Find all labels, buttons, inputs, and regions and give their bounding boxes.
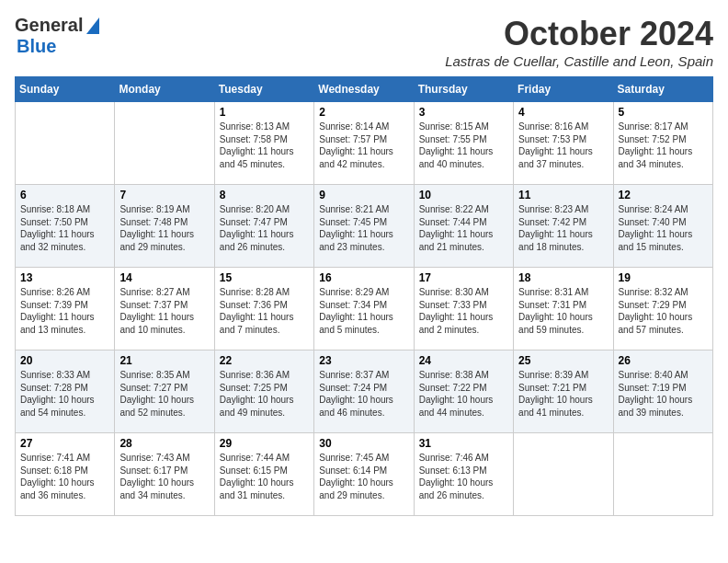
day-number: 10 bbox=[419, 189, 508, 201]
day-number: 23 bbox=[319, 354, 408, 367]
day-detail: Sunrise: 8:29 AM Sunset: 7:34 PM Dayligh… bbox=[319, 286, 408, 336]
day-detail: Sunrise: 8:18 AM Sunset: 7:50 PM Dayligh… bbox=[20, 203, 109, 253]
day-number: 2 bbox=[319, 106, 408, 119]
calendar-cell: 22Sunrise: 8:36 AM Sunset: 7:25 PM Dayli… bbox=[214, 350, 313, 433]
day-detail: Sunrise: 8:28 AM Sunset: 7:36 PM Dayligh… bbox=[220, 286, 309, 336]
day-number: 15 bbox=[220, 271, 309, 284]
weekday-header-monday: Monday bbox=[115, 77, 214, 102]
day-number: 3 bbox=[419, 106, 508, 119]
day-detail: Sunrise: 8:39 AM Sunset: 7:21 PM Dayligh… bbox=[518, 369, 608, 419]
day-detail: Sunrise: 8:17 AM Sunset: 7:52 PM Dayligh… bbox=[619, 121, 708, 170]
day-detail: Sunrise: 8:21 AM Sunset: 7:45 PM Dayligh… bbox=[319, 203, 408, 253]
day-number: 13 bbox=[20, 271, 109, 284]
day-detail: Sunrise: 8:13 AM Sunset: 7:58 PM Dayligh… bbox=[220, 121, 309, 170]
calendar-cell: 13Sunrise: 8:26 AM Sunset: 7:39 PM Dayli… bbox=[16, 268, 115, 350]
day-detail: Sunrise: 8:16 AM Sunset: 7:53 PM Dayligh… bbox=[518, 121, 608, 170]
day-detail: Sunrise: 8:31 AM Sunset: 7:31 PM Dayligh… bbox=[518, 286, 608, 336]
day-detail: Sunrise: 8:36 AM Sunset: 7:25 PM Dayligh… bbox=[220, 369, 309, 419]
calendar-cell: 24Sunrise: 8:38 AM Sunset: 7:22 PM Dayli… bbox=[414, 350, 513, 433]
day-detail: Sunrise: 8:14 AM Sunset: 7:57 PM Dayligh… bbox=[319, 121, 408, 170]
day-number: 31 bbox=[419, 437, 508, 450]
calendar-cell: 12Sunrise: 8:24 AM Sunset: 7:40 PM Dayli… bbox=[613, 185, 712, 268]
day-detail: Sunrise: 8:20 AM Sunset: 7:47 PM Dayligh… bbox=[220, 203, 309, 253]
calendar-cell bbox=[514, 433, 613, 516]
logo-triangle-icon bbox=[86, 17, 99, 34]
weekday-header-saturday: Saturday bbox=[613, 77, 712, 102]
day-number: 8 bbox=[220, 189, 309, 201]
day-number: 25 bbox=[518, 354, 608, 367]
day-number: 19 bbox=[619, 271, 708, 284]
calendar-cell: 16Sunrise: 8:29 AM Sunset: 7:34 PM Dayli… bbox=[314, 268, 414, 350]
day-detail: Sunrise: 8:27 AM Sunset: 7:37 PM Dayligh… bbox=[119, 286, 209, 336]
page-subtitle: Lastras de Cuellar, Castille and Leon, S… bbox=[445, 53, 713, 69]
calendar-cell bbox=[16, 102, 115, 185]
calendar-cell: 11Sunrise: 8:23 AM Sunset: 7:42 PM Dayli… bbox=[514, 185, 613, 268]
calendar-cell: 8Sunrise: 8:20 AM Sunset: 7:47 PM Daylig… bbox=[214, 185, 313, 268]
day-number: 11 bbox=[518, 189, 608, 201]
calendar-cell bbox=[115, 102, 214, 185]
calendar-cell: 20Sunrise: 8:33 AM Sunset: 7:28 PM Dayli… bbox=[16, 350, 115, 433]
calendar-cell: 29Sunrise: 7:44 AM Sunset: 6:15 PM Dayli… bbox=[214, 433, 313, 516]
calendar-table: SundayMondayTuesdayWednesdayThursdayFrid… bbox=[15, 76, 713, 516]
day-number: 30 bbox=[319, 437, 408, 450]
day-detail: Sunrise: 8:38 AM Sunset: 7:22 PM Dayligh… bbox=[419, 369, 508, 419]
logo-general: General bbox=[15, 15, 83, 36]
calendar-cell: 14Sunrise: 8:27 AM Sunset: 7:37 PM Dayli… bbox=[115, 268, 214, 350]
calendar-week-row: 6Sunrise: 8:18 AM Sunset: 7:50 PM Daylig… bbox=[16, 185, 713, 268]
calendar-cell: 4Sunrise: 8:16 AM Sunset: 7:53 PM Daylig… bbox=[514, 102, 613, 185]
day-detail: Sunrise: 8:22 AM Sunset: 7:44 PM Dayligh… bbox=[419, 203, 508, 253]
page-title: October 2024 bbox=[445, 15, 713, 53]
calendar-cell: 28Sunrise: 7:43 AM Sunset: 6:17 PM Dayli… bbox=[115, 433, 214, 516]
title-area: October 2024 Lastras de Cuellar, Castill… bbox=[445, 15, 713, 69]
day-number: 4 bbox=[518, 106, 608, 119]
day-number: 24 bbox=[419, 354, 508, 367]
day-number: 27 bbox=[20, 437, 109, 450]
calendar-week-row: 13Sunrise: 8:26 AM Sunset: 7:39 PM Dayli… bbox=[16, 268, 713, 350]
calendar-cell: 2Sunrise: 8:14 AM Sunset: 7:57 PM Daylig… bbox=[314, 102, 414, 185]
calendar-cell: 30Sunrise: 7:45 AM Sunset: 6:14 PM Dayli… bbox=[314, 433, 414, 516]
day-number: 20 bbox=[20, 354, 109, 367]
day-number: 21 bbox=[119, 354, 209, 367]
day-detail: Sunrise: 8:32 AM Sunset: 7:29 PM Dayligh… bbox=[619, 286, 708, 336]
day-number: 1 bbox=[220, 106, 309, 119]
calendar-cell: 6Sunrise: 8:18 AM Sunset: 7:50 PM Daylig… bbox=[16, 185, 115, 268]
weekday-header-friday: Friday bbox=[514, 77, 613, 102]
day-number: 12 bbox=[619, 189, 708, 201]
calendar-cell: 23Sunrise: 8:37 AM Sunset: 7:24 PM Dayli… bbox=[314, 350, 414, 433]
calendar-cell: 9Sunrise: 8:21 AM Sunset: 7:45 PM Daylig… bbox=[314, 185, 414, 268]
day-detail: Sunrise: 8:40 AM Sunset: 7:19 PM Dayligh… bbox=[619, 369, 708, 419]
day-number: 22 bbox=[220, 354, 309, 367]
day-detail: Sunrise: 8:35 AM Sunset: 7:27 PM Dayligh… bbox=[119, 369, 209, 419]
day-detail: Sunrise: 8:19 AM Sunset: 7:48 PM Dayligh… bbox=[119, 203, 209, 253]
day-detail: Sunrise: 8:30 AM Sunset: 7:33 PM Dayligh… bbox=[419, 286, 508, 336]
calendar-cell: 18Sunrise: 8:31 AM Sunset: 7:31 PM Dayli… bbox=[514, 268, 613, 350]
day-number: 28 bbox=[119, 437, 209, 450]
day-number: 7 bbox=[119, 189, 209, 201]
weekday-header-tuesday: Tuesday bbox=[214, 77, 313, 102]
calendar-cell: 10Sunrise: 8:22 AM Sunset: 7:44 PM Dayli… bbox=[414, 185, 513, 268]
day-number: 5 bbox=[619, 106, 708, 119]
header: General Blue October 2024 Lastras de Cue… bbox=[15, 15, 713, 69]
day-detail: Sunrise: 8:23 AM Sunset: 7:42 PM Dayligh… bbox=[518, 203, 608, 253]
calendar-cell bbox=[613, 433, 712, 516]
day-detail: Sunrise: 7:43 AM Sunset: 6:17 PM Dayligh… bbox=[119, 452, 209, 501]
calendar-cell: 25Sunrise: 8:39 AM Sunset: 7:21 PM Dayli… bbox=[514, 350, 613, 433]
calendar-cell: 21Sunrise: 8:35 AM Sunset: 7:27 PM Dayli… bbox=[115, 350, 214, 433]
calendar-cell: 1Sunrise: 8:13 AM Sunset: 7:58 PM Daylig… bbox=[214, 102, 313, 185]
day-number: 26 bbox=[619, 354, 708, 367]
day-number: 18 bbox=[518, 271, 608, 284]
day-detail: Sunrise: 8:15 AM Sunset: 7:55 PM Dayligh… bbox=[419, 121, 508, 170]
day-number: 6 bbox=[20, 189, 109, 201]
weekday-header-wednesday: Wednesday bbox=[314, 77, 414, 102]
weekday-header-thursday: Thursday bbox=[414, 77, 513, 102]
day-detail: Sunrise: 7:41 AM Sunset: 6:18 PM Dayligh… bbox=[20, 452, 109, 501]
day-detail: Sunrise: 8:26 AM Sunset: 7:39 PM Dayligh… bbox=[20, 286, 109, 336]
calendar-week-row: 27Sunrise: 7:41 AM Sunset: 6:18 PM Dayli… bbox=[16, 433, 713, 516]
logo-blue: Blue bbox=[17, 36, 56, 57]
calendar-cell: 5Sunrise: 8:17 AM Sunset: 7:52 PM Daylig… bbox=[613, 102, 712, 185]
day-number: 16 bbox=[319, 271, 408, 284]
day-detail: Sunrise: 7:44 AM Sunset: 6:15 PM Dayligh… bbox=[220, 452, 309, 501]
calendar-cell: 7Sunrise: 8:19 AM Sunset: 7:48 PM Daylig… bbox=[115, 185, 214, 268]
calendar-week-row: 20Sunrise: 8:33 AM Sunset: 7:28 PM Dayli… bbox=[16, 350, 713, 433]
day-detail: Sunrise: 8:37 AM Sunset: 7:24 PM Dayligh… bbox=[319, 369, 408, 419]
